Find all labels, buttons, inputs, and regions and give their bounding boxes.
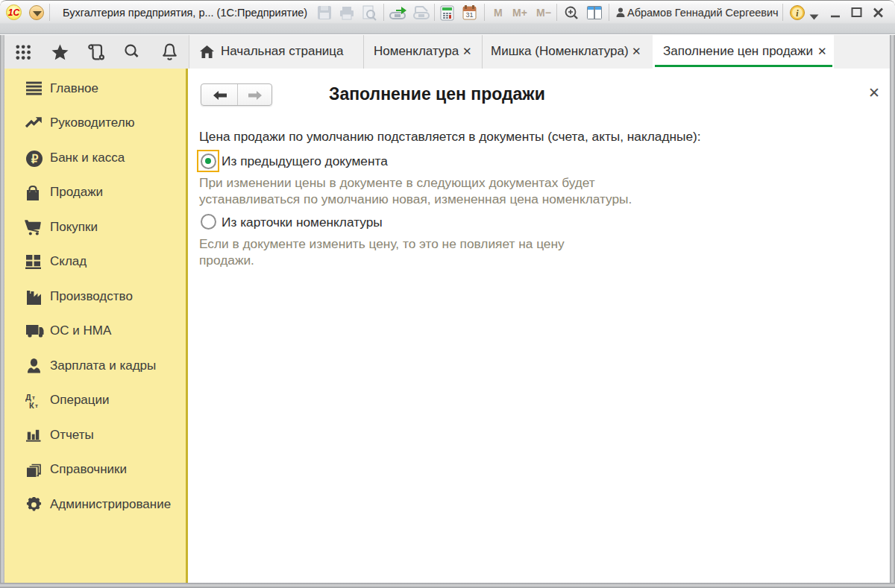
svg-text:₽: ₽ bbox=[31, 153, 39, 165]
svg-text:т: т bbox=[32, 394, 35, 401]
svg-text:31: 31 bbox=[465, 11, 473, 19]
svg-text:К: К bbox=[29, 401, 34, 409]
svg-text:т: т bbox=[35, 402, 38, 409]
